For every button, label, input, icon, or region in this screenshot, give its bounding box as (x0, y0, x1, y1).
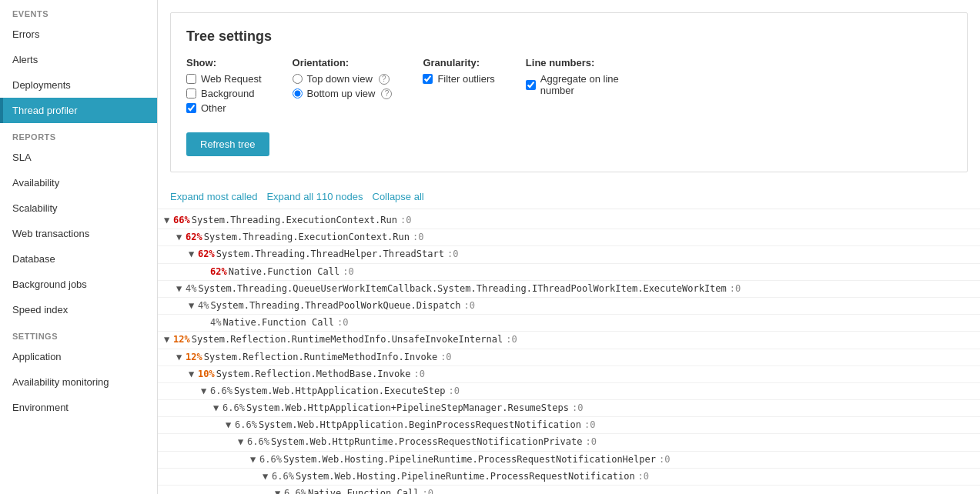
tree-node-pct: 62% (186, 230, 202, 245)
tree-row: ▼66% System.Threading.ExecutionContext.R… (158, 212, 980, 229)
orientation-top-down-radio[interactable] (293, 74, 303, 84)
show-group: Show: Web Request Background Other (186, 57, 262, 117)
tree-node-pct: 66% (173, 213, 190, 228)
orientation-bottom-up-label: Bottom up view (307, 88, 376, 99)
orientation-top-down-label: Top down view (307, 73, 373, 85)
orientation-bottom-up-radio[interactable] (293, 88, 303, 98)
sidebar-item-environment[interactable]: Environment (0, 395, 157, 420)
tree-node-pct: 12% (173, 332, 190, 347)
collapse-all-link[interactable]: Collapse all (373, 191, 424, 202)
tree-node-count: :0 (464, 299, 475, 313)
tree-toggle[interactable]: ▼ (250, 452, 259, 467)
orientation-top-down-item: Top down view ? (293, 73, 393, 85)
granularity-label: Granularity: (423, 57, 494, 68)
aggregate-line-number-item: Aggregate on linenumber (526, 73, 619, 96)
tree-row: 4% Native.Function Call:0 (158, 315, 980, 332)
tree-node-name: System.Threading.ThreadPoolWorkQueue.Dis… (210, 299, 460, 313)
show-background-checkbox[interactable] (186, 88, 196, 98)
expand-most-called-link[interactable]: Expand most called (170, 191, 257, 202)
sidebar-item-availability[interactable]: Availability (0, 170, 157, 195)
sidebar-item-database[interactable]: Database (0, 246, 157, 272)
tree-row: ▼4% System.Threading.ThreadPoolWorkQueue… (158, 298, 980, 315)
tree-node-name: System.Web.Hosting.PipelineRuntime.Proce… (296, 469, 635, 484)
show-web-request-checkbox[interactable] (186, 74, 196, 84)
show-background-label: Background (201, 88, 254, 99)
tree-node-count: :0 (572, 401, 583, 416)
tree-node-pct: 6.6% (247, 435, 269, 449)
orientation-group: Orientation: Top down view ? Bottom up v… (293, 57, 393, 102)
orientation-bottom-up-item: Bottom up view ? (293, 88, 393, 99)
tree-row: ▼6.6% System.Web.HttpRuntime.ProcessRequ… (158, 434, 980, 451)
sidebar-item-scalability[interactable]: Scalability (0, 195, 157, 221)
tree-row: ▼6.6% System.Web.Hosting.PipelineRuntime… (158, 469, 980, 486)
tree-node-pct: 4% (186, 282, 196, 296)
tree-node-name: System.Threading.ExecutionContext.Run (192, 213, 397, 228)
sidebar-item-alerts[interactable]: Alerts (0, 47, 157, 72)
tree-toggle[interactable]: ▼ (176, 282, 186, 296)
tree-toggle[interactable]: ▼ (164, 332, 173, 347)
tree-node-name: System.Reflection.MethodBase.Invoke (216, 367, 411, 382)
tree-node-count: :0 (413, 230, 423, 245)
sidebar-item-web-transactions[interactable]: Web transactions (0, 221, 157, 246)
tree-toggle[interactable]: ▼ (189, 299, 198, 313)
top-down-help-icon[interactable]: ? (379, 74, 390, 85)
show-background-item: Background (186, 88, 262, 99)
tree-node-count: :0 (400, 213, 411, 228)
tree-node-name: System.Web.Hosting.PipelineRuntime.Proce… (283, 452, 656, 467)
sidebar-item-thread-profiler[interactable]: Thread profiler (0, 98, 157, 123)
tree-toggle[interactable]: ▼ (263, 469, 272, 484)
tree-node-name: System.Web.HttpApplication.BeginProcessR… (259, 418, 581, 432)
tree-toggle[interactable]: ▼ (176, 350, 186, 365)
bottom-up-help-icon[interactable]: ? (381, 88, 392, 99)
expand-all-link[interactable]: Expand all 110 nodes (266, 191, 363, 202)
show-other-label: Other (201, 102, 226, 114)
filter-outliers-checkbox[interactable] (423, 74, 433, 84)
tree-toggle[interactable]: ▼ (275, 486, 284, 494)
line-numbers-label: Line numbers: (526, 57, 619, 68)
tree-node-name: Native.Function Call (229, 265, 340, 279)
sidebar-item-errors[interactable]: Errors (0, 22, 157, 47)
aggregate-line-number-checkbox[interactable] (526, 80, 536, 90)
tree-toggle[interactable]: ▼ (238, 435, 247, 449)
tree-settings-title: Tree settings (186, 28, 952, 45)
tree-node-name: System.Reflection.RuntimeMethodInfo.Invo… (204, 350, 437, 365)
show-other-item: Other (186, 102, 262, 114)
tree-toggle[interactable]: ▼ (213, 401, 222, 416)
tree-toggle[interactable]: ▼ (201, 384, 210, 399)
tree-node-pct: 6.6% (210, 384, 232, 399)
tree-toggle[interactable]: ▼ (164, 213, 173, 228)
tree-row: ▼6.6% System.Web.HttpApplication+Pipelin… (158, 400, 980, 417)
tree-node-name: System.Web.HttpApplication+PipelineStepM… (246, 401, 569, 416)
tree-node-pct: 6.6% (222, 401, 245, 416)
sidebar-item-application[interactable]: Application (0, 344, 157, 369)
tree-toggle[interactable]: ▼ (189, 247, 198, 262)
refresh-tree-button[interactable]: Refresh tree (186, 132, 269, 156)
tree-node-pct: 6.6% (272, 469, 294, 484)
sidebar-section-reports: REPORTS (0, 123, 157, 145)
sidebar-item-background-jobs[interactable]: Background jobs (0, 272, 157, 297)
tree-node-count: :0 (440, 350, 451, 365)
show-label: Show: (186, 57, 262, 68)
filter-outliers-label: Filter outliers (437, 73, 494, 85)
show-web-request-item: Web Request (186, 73, 262, 85)
tree-toggle[interactable]: ▼ (189, 367, 198, 382)
tree-row: ▼6.6% System.Web.HttpApplication.Execute… (158, 383, 980, 400)
tree-node-count: :0 (506, 332, 517, 347)
sidebar: EVENTSErrorsAlertsDeploymentsThread prof… (0, 0, 158, 494)
tree-row: ▼10% System.Reflection.MethodBase.Invoke… (158, 366, 980, 383)
sidebar-item-sla[interactable]: SLA (0, 145, 157, 170)
tree-toggle[interactable]: ▼ (176, 230, 186, 245)
sidebar-item-speed-index[interactable]: Speed index (0, 297, 157, 322)
tree-row: ▼62% System.Threading.ExecutionContext.R… (158, 229, 980, 246)
tree-node-count: :0 (422, 486, 433, 494)
sidebar-item-deployments[interactable]: Deployments (0, 72, 157, 98)
tree-node-count: :0 (448, 384, 459, 399)
show-other-checkbox[interactable] (186, 103, 196, 113)
sidebar-item-availability-monitoring[interactable]: Availability monitoring (0, 369, 157, 395)
tree-toggle[interactable]: ▼ (226, 418, 235, 432)
tree-row: ▼62% System.Threading.ThreadHelper.Threa… (158, 246, 980, 263)
tree-node-name: Native.Function Call (308, 486, 420, 494)
tree-row: 62% Native.Function Call:0 (158, 264, 980, 281)
tree-node-pct: 6.6% (235, 418, 257, 432)
filter-outliers-item: Filter outliers (423, 73, 494, 85)
